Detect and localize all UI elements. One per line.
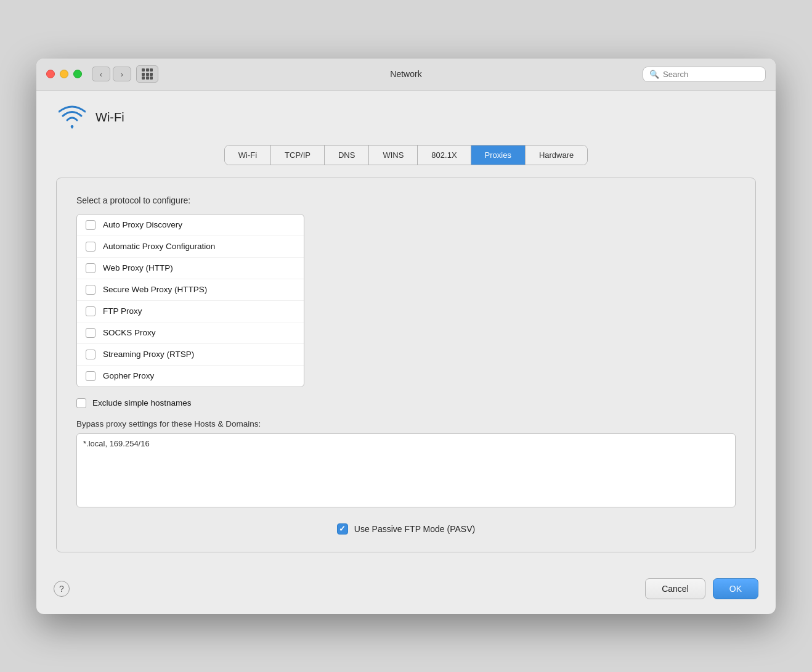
protocol-item-socks-proxy[interactable]: SOCKS Proxy (77, 322, 304, 344)
wifi-header: Wi-Fi (57, 103, 761, 133)
protocol-label-streaming-proxy: Streaming Proxy (RTSP) (103, 350, 194, 359)
traffic-lights (46, 70, 82, 78)
protocol-label-ftp-proxy: FTP Proxy (103, 306, 142, 316)
protocol-item-web-proxy-http[interactable]: Web Proxy (HTTP) (77, 258, 304, 279)
tab-bar: Wi-Fi TCP/IP DNS WINS 802.1X Proxies Har… (224, 145, 588, 165)
checkbox-socks-proxy[interactable] (86, 328, 95, 338)
maximize-button[interactable] (73, 70, 82, 78)
footer-buttons: Cancel OK (645, 578, 758, 599)
pasv-label: Use Passive FTP Mode (PASV) (354, 524, 475, 534)
tab-hardware[interactable]: Hardware (526, 145, 587, 165)
search-box[interactable]: 🔍 (643, 67, 766, 82)
title-bar: ‹ › Network 🔍 (36, 59, 776, 91)
wifi-icon (57, 103, 87, 133)
protocol-label-automatic-proxy-config: Automatic Proxy Configuration (103, 242, 215, 251)
protocol-list: Auto Proxy Discovery Automatic Proxy Con… (76, 214, 304, 387)
content-area: Wi-Fi Wi-Fi TCP/IP DNS WINS 802.1X Proxi… (36, 91, 776, 567)
ok-button[interactable]: OK (713, 578, 758, 599)
back-button[interactable]: ‹ (92, 67, 110, 81)
protocol-item-ftp-proxy[interactable]: FTP Proxy (77, 301, 304, 322)
forward-button[interactable]: › (113, 67, 131, 81)
tab-8021x[interactable]: 802.1X (418, 145, 471, 165)
checkbox-streaming-proxy[interactable] (86, 350, 95, 359)
proxies-panel: Select a protocol to configure: Auto Pro… (56, 178, 756, 552)
protocol-label-gopher-proxy: Gopher Proxy (103, 371, 154, 380)
protocol-label-auto-proxy-discovery: Auto Proxy Discovery (103, 220, 182, 229)
tab-tcpip[interactable]: TCP/IP (271, 145, 325, 165)
protocol-item-secure-web-proxy[interactable]: Secure Web Proxy (HTTPS) (77, 279, 304, 301)
nav-buttons: ‹ › (92, 67, 131, 81)
protocol-item-gopher-proxy[interactable]: Gopher Proxy (77, 366, 304, 387)
cancel-button[interactable]: Cancel (645, 578, 705, 599)
checkbox-exclude-hostnames[interactable] (76, 398, 86, 408)
bypass-textarea[interactable]: *.local, 169.254/16 (76, 433, 736, 507)
tab-wins[interactable]: WINS (369, 145, 418, 165)
bypass-label: Bypass proxy settings for these Hosts & … (76, 419, 736, 428)
protocol-label-web-proxy-http: Web Proxy (HTTP) (103, 263, 173, 272)
tab-dns[interactable]: DNS (325, 145, 369, 165)
minimize-button[interactable] (60, 70, 68, 78)
protocol-item-automatic-proxy-config[interactable]: Automatic Proxy Configuration (77, 236, 304, 258)
main-window: ‹ › Network 🔍 (36, 59, 776, 614)
tab-proxies[interactable]: Proxies (471, 145, 526, 165)
exclude-row: Exclude simple hostnames (76, 398, 736, 408)
close-button[interactable] (46, 70, 55, 78)
search-input[interactable] (663, 70, 759, 79)
tab-wifi[interactable]: Wi-Fi (225, 145, 271, 165)
help-button[interactable]: ? (54, 581, 70, 597)
protocol-item-auto-proxy-discovery[interactable]: Auto Proxy Discovery (77, 215, 304, 236)
footer: ? Cancel OK (36, 567, 776, 614)
wifi-label: Wi-Fi (95, 110, 124, 125)
window-title: Network (390, 69, 421, 79)
search-icon: 🔍 (649, 70, 659, 79)
protocol-label-secure-web-proxy: Secure Web Proxy (HTTPS) (103, 285, 207, 294)
checkbox-pasv[interactable] (337, 523, 348, 535)
checkbox-gopher-proxy[interactable] (86, 371, 95, 381)
pasv-row: Use Passive FTP Mode (PASV) (76, 523, 736, 535)
checkbox-web-proxy-http[interactable] (86, 263, 95, 273)
grid-icon (142, 68, 153, 80)
checkbox-secure-web-proxy[interactable] (86, 285, 95, 295)
exclude-label: Exclude simple hostnames (92, 398, 192, 408)
section-label: Select a protocol to configure: (76, 195, 736, 205)
checkbox-auto-proxy-discovery[interactable] (86, 220, 95, 230)
checkbox-ftp-proxy[interactable] (86, 306, 95, 316)
protocol-item-streaming-proxy[interactable]: Streaming Proxy (RTSP) (77, 344, 304, 366)
grid-button[interactable] (136, 65, 158, 83)
protocol-label-socks-proxy: SOCKS Proxy (103, 328, 156, 337)
checkbox-automatic-proxy-config[interactable] (86, 242, 95, 252)
